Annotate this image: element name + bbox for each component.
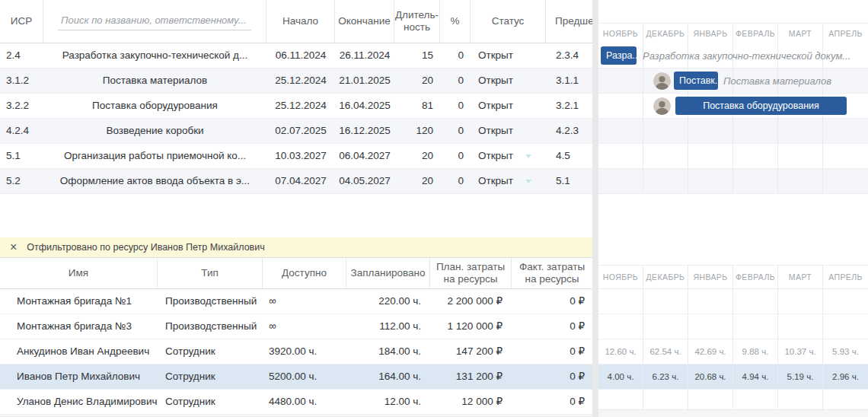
usage-value: 42.69 ч.	[688, 339, 733, 364]
resource-plan-cost: 131 200 ₽	[430, 364, 512, 389]
column-header-fact-cost[interactable]: Факт. затраты на ресурсы	[512, 258, 592, 288]
task-start: 25.12.2024	[266, 94, 335, 118]
gantt-bar-task-2[interactable]: Поставк...	[674, 72, 718, 90]
task-name: Оформление актов ввода объекта в э...	[43, 169, 266, 193]
column-header-start[interactable]: Начало	[266, 0, 335, 43]
gantt-bar-task-3[interactable]: Поставка оборудурования	[675, 97, 847, 115]
task-row[interactable]: 3.1.2 Поставка материалов 25.12.2024 21.…	[0, 68, 592, 94]
column-header-wbs[interactable]: ИСР	[0, 0, 43, 43]
horizontal-scrollbar[interactable]	[598, 409, 868, 417]
resource-available: 3920.00 ч.	[263, 339, 346, 364]
task-end: 21.01.2025	[335, 68, 394, 93]
resource-usage-panel: НОЯБРЬ ДЕКАБРЬ ЯНВАРЬ ФЕВРАЛЬ МАРТ АПРЕЛ…	[598, 257, 868, 409]
usage-value: 6.23 ч.	[643, 364, 688, 389]
resource-table: Имя Тип Доступно Запланировано План. зат…	[0, 257, 592, 415]
task-end: 16.12.2025	[335, 119, 394, 143]
task-percent: 0	[440, 94, 471, 118]
resource-row[interactable]: Анкудинов Иван Андреевич Сотрудник 3920.…	[0, 339, 592, 364]
gantt-bar-task-1[interactable]: Разра...	[601, 46, 637, 65]
column-header-duration[interactable]: Длитель- ность	[394, 0, 440, 43]
task-wbs: 3.2.2	[0, 94, 43, 118]
task-name: Организация работы приемочной ко...	[43, 144, 266, 168]
task-row[interactable]: 5.1 Организация работы приемочной ко... …	[0, 144, 592, 169]
task-row[interactable]: 2.4 Разработка закупочно-технической д..…	[0, 43, 592, 68]
resource-row[interactable]: Монтажная бригада №1 Производственный ∞ …	[0, 289, 592, 314]
month-label: МАРТ	[778, 24, 823, 43]
usage-value	[688, 314, 733, 339]
usage-rows: 12.60 ч. 62.54 ч. 42.69 ч. 9.88 ч. 10.37…	[598, 289, 868, 409]
gantt-bar-annotation: Поставка материалов	[723, 68, 831, 94]
task-end: 06.04.2027	[335, 144, 394, 168]
search-input[interactable]	[58, 13, 251, 30]
column-header-predecessors[interactable]: Предшественники	[546, 0, 592, 43]
task-status[interactable]: Открыт	[471, 94, 546, 118]
task-status[interactable]: Открыт	[471, 68, 546, 93]
project-management-app: ИСР Начало Окончание Длитель- ность % Ст…	[0, 0, 868, 417]
usage-row	[598, 390, 868, 409]
task-status-label: Открыт	[478, 175, 513, 186]
month-label: НОЯБРЬ	[598, 24, 643, 43]
usage-row: 12.60 ч. 62.54 ч. 42.69 ч. 9.88 ч. 10.37…	[598, 339, 868, 364]
usage-value	[733, 289, 778, 314]
task-predecessor: 3.2.1	[546, 94, 592, 118]
task-status[interactable]: Открыт	[471, 169, 546, 193]
task-name: Возведение коробки	[43, 119, 266, 143]
gantt-body: Разра... Разработка закупочно-техническо…	[598, 43, 868, 194]
resource-available: ∞	[263, 289, 346, 314]
task-row[interactable]: 3.2.2 Поставка оборудурования 25.12.2024…	[0, 94, 592, 119]
usage-value	[733, 314, 778, 339]
resource-fact-cost: 0 ₽	[512, 390, 592, 414]
filter-bar: × Отфильтровано по ресурсу Иванов Петр М…	[0, 237, 592, 257]
task-predecessor: 4.2.3	[546, 119, 592, 143]
task-start: 07.04.2027	[266, 169, 335, 193]
task-duration: 15	[394, 43, 440, 68]
resource-row[interactable]: Монтажная бригада №3 Производственный ∞ …	[0, 314, 592, 339]
resource-planned: 112.00 ч.	[346, 314, 430, 339]
task-duration: 81	[394, 94, 440, 118]
task-status[interactable]: Открыт	[471, 43, 546, 68]
task-start: 10.03.2027	[266, 144, 335, 168]
month-label: ФЕВРАЛЬ	[733, 266, 778, 288]
column-header-status[interactable]: Статус	[471, 0, 546, 43]
task-percent: 0	[440, 119, 471, 143]
task-status[interactable]: Открыт	[471, 144, 546, 168]
month-label: ЯНВАРЬ	[688, 266, 733, 288]
gantt-month-header: НОЯБРЬ ДЕКАБРЬ ЯНВАРЬ ФЕВРАЛЬ МАРТ АПРЕЛ…	[598, 23, 868, 43]
resource-row-selected[interactable]: Иванов Петр Михайлович Сотрудник 5200.00…	[0, 364, 592, 390]
task-row[interactable]: 5.2 Оформление актов ввода объекта в э..…	[0, 169, 592, 194]
column-header-planned[interactable]: Запланировано	[346, 258, 430, 288]
task-duration: 20	[394, 144, 440, 168]
task-predecessor: 2.3.4	[546, 43, 592, 68]
resource-name: Иванов Петр Михайлович	[0, 364, 158, 389]
usage-value: 4.94 ч.	[733, 364, 778, 389]
column-header-percent[interactable]: %	[440, 0, 471, 43]
task-duration: 120	[394, 119, 440, 143]
resource-fact-cost: 0 ₽	[512, 364, 592, 389]
clear-filter-button[interactable]: ×	[10, 241, 17, 253]
task-start: 02.07.2025	[266, 119, 335, 143]
task-status[interactable]: Открыт	[471, 119, 546, 143]
usage-month-header: НОЯБРЬ ДЕКАБРЬ ЯНВАРЬ ФЕВРАЛЬ МАРТ АПРЕЛ…	[598, 265, 868, 289]
usage-value: 2.96 ч.	[823, 364, 868, 389]
column-header-plan-cost[interactable]: План. затраты на ресурсы	[430, 258, 512, 288]
assignee-avatar	[653, 72, 671, 90]
task-end: 26.11.2024	[335, 43, 394, 68]
task-predecessor: 3.1.1	[546, 68, 592, 93]
column-header-end[interactable]: Окончание	[335, 0, 394, 43]
resource-name: Монтажная бригада №1	[0, 289, 158, 314]
usage-value	[823, 390, 868, 409]
task-row[interactable]: 4.2.4 Возведение коробки 02.07.2025 16.1…	[0, 119, 592, 144]
panel-splitter[interactable]	[592, 0, 598, 417]
resource-type: Сотрудник	[158, 390, 263, 414]
column-header-type[interactable]: Тип	[158, 258, 263, 288]
status-dropdown-caret-icon[interactable]	[525, 154, 531, 158]
task-table-header: ИСР Начало Окончание Длитель- ность % Ст…	[0, 0, 592, 43]
resource-plan-cost: 1 120 000 ₽	[430, 314, 512, 339]
usage-value	[823, 314, 868, 339]
column-header-available[interactable]: Доступно	[263, 258, 346, 288]
task-percent: 0	[440, 43, 471, 68]
status-dropdown-caret-icon[interactable]	[525, 180, 531, 183]
gantt-row	[598, 169, 868, 194]
column-header-name[interactable]: Имя	[0, 258, 158, 288]
resource-row[interactable]: Уланов Денис Владимирович Сотрудник 4480…	[0, 390, 592, 415]
